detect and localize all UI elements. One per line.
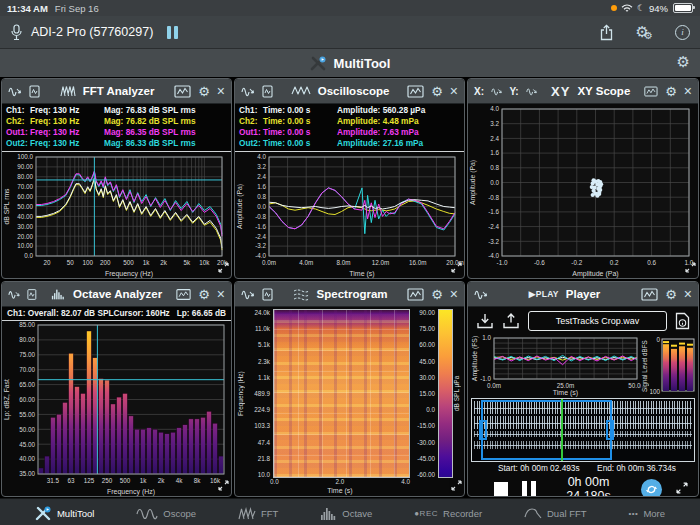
y-tick-label: 103.3 — [254, 422, 270, 429]
mic-icon[interactable] — [10, 24, 23, 41]
loaded-file-name[interactable]: TestTracks Crop.wav — [528, 311, 667, 331]
y-tick-label: 100.0 — [17, 153, 33, 160]
xy-chart[interactable]: 4.03.22.41.60.80.0-0.8-1.6-2.4-3.2-4.0-1… — [468, 104, 698, 279]
y-source-icon[interactable] — [526, 85, 537, 98]
x-tick-label: 8k — [194, 477, 202, 484]
colorbar-tick-label: 15.00 — [419, 390, 435, 397]
chart-style-icon[interactable] — [641, 288, 658, 301]
layout-gear-icon[interactable]: ⚙ — [677, 54, 690, 69]
export-file-icon[interactable] — [502, 312, 520, 330]
settings-gears-icon[interactable]: ⚙⚙ — [636, 23, 653, 41]
colorbar-tick-label: -30.00 — [417, 439, 435, 446]
chart-style-icon[interactable] — [407, 85, 424, 98]
xy-close-icon[interactable]: × — [684, 84, 692, 98]
pause-button[interactable] — [522, 481, 536, 497]
device-name[interactable]: ADI-2 Pro (57760297) — [31, 25, 153, 39]
waveform-overview[interactable] — [471, 398, 695, 462]
tab-more[interactable]: ••• More — [628, 508, 665, 519]
input-route-icon[interactable] — [8, 85, 22, 98]
meter-tick-label: -100 — [650, 388, 660, 395]
input-route-icon[interactable] — [8, 288, 20, 301]
loop-button[interactable] — [641, 479, 662, 498]
snapshot-icon[interactable] — [262, 288, 273, 301]
import-file-icon[interactable] — [476, 312, 494, 330]
colorbar-tick-label: 90.00 — [419, 309, 435, 316]
x-tick-label: 2k — [160, 259, 168, 266]
spectrogram-plot[interactable] — [273, 309, 410, 478]
octave-analyzer-panel: Octave Analyzer ⚙ × Ch1: Overall: 82.07 … — [1, 281, 232, 497]
x-tick-label: 5k — [184, 259, 192, 266]
snapshot-icon[interactable] — [27, 288, 37, 301]
resize-handle-icon[interactable] — [218, 259, 229, 277]
snapshot-icon[interactable] — [262, 85, 273, 98]
y-tick-label: 0.0 — [490, 179, 499, 186]
share-icon[interactable] — [599, 24, 614, 41]
resize-handle-icon[interactable] — [451, 259, 462, 277]
xy-gear-icon[interactable]: ⚙ — [665, 85, 677, 98]
octave-bar — [69, 353, 74, 474]
pause-stream-button[interactable] — [167, 26, 178, 39]
player-gear-icon[interactable]: ⚙ — [665, 288, 677, 301]
resize-handle-icon[interactable] — [685, 259, 696, 277]
octave-bar — [117, 397, 122, 474]
x-tick-label: 500 — [120, 477, 131, 484]
octave-gear-icon[interactable]: ⚙ — [198, 288, 210, 301]
x-source-icon[interactable] — [491, 85, 502, 98]
selection-handle-left[interactable] — [479, 420, 487, 440]
spectrogram-close-icon[interactable]: × — [450, 287, 458, 301]
selection-handle-right[interactable] — [606, 420, 614, 440]
y-axis-label: Amplitude (FS) — [471, 336, 479, 381]
osc-close-icon[interactable]: × — [450, 84, 458, 98]
peak-mark — [687, 344, 693, 346]
tab-dual-fft[interactable]: Dual FFT — [524, 507, 587, 519]
y-tick-label: 21.8 — [258, 455, 270, 462]
octave-close-icon[interactable]: × — [217, 287, 225, 301]
meter-tick-label: 0 — [656, 336, 660, 343]
chart-style-icon[interactable] — [174, 85, 191, 98]
playhead[interactable] — [561, 399, 563, 461]
colorbar-label: dB SPL µPa — [453, 309, 462, 478]
osc-type-icon — [291, 85, 311, 97]
x-tick-label: 20 — [43, 259, 51, 266]
input-route-icon[interactable] — [241, 288, 255, 301]
octave-readout: Ch1: Overall: 82.07 dB SPL Cursor: 160Hz… — [2, 307, 231, 321]
fft-chart[interactable]: 100.090.0080.0070.0060.0050.0040.0030.00… — [2, 152, 231, 279]
tab-multitool[interactable]: MultiTool — [35, 506, 95, 521]
selection-box[interactable] — [481, 400, 612, 460]
player-panel: ▶PLAY Player ⚙ × TestTracks Crop.wav 1.0… — [467, 281, 699, 497]
spectrogram-gear-icon[interactable]: ⚙ — [431, 288, 443, 301]
chart-style-icon[interactable] — [407, 288, 424, 301]
octave-bar — [183, 425, 188, 474]
tab-octave[interactable]: Octave — [320, 507, 372, 520]
spectrogram-ylabel: Frequency (Hz) — [237, 309, 246, 478]
chart-style-icon[interactable] — [176, 288, 191, 301]
resize-handle-icon[interactable] — [451, 477, 462, 495]
resize-handle-icon[interactable] — [676, 480, 688, 497]
osc-chart[interactable]: 4.03.22.41.60.80.0-0.8-1.6-2.4-3.2-4.00.… — [235, 152, 464, 279]
fft-gear-icon[interactable]: ⚙ — [198, 85, 210, 98]
x-tick-label: 4.0 — [401, 478, 410, 487]
player-close-icon[interactable]: × — [684, 287, 692, 301]
tab-recorder[interactable]: ●REC Recorder — [414, 508, 482, 519]
stop-button[interactable] — [494, 482, 508, 496]
fft-close-icon[interactable]: × — [217, 84, 225, 98]
y-tick-label: 11.0k — [255, 325, 270, 332]
y-tick-label: 40.00 — [19, 455, 35, 462]
octave-bar — [123, 394, 128, 475]
y-tick-label: 85.00 — [19, 321, 35, 328]
colorbar-tick-label: 60.00 — [419, 341, 435, 348]
octave-bar — [219, 456, 224, 474]
octave-chart[interactable]: 85.0080.0075.0070.0065.0060.0055.0050.00… — [2, 321, 231, 497]
input-route-icon[interactable] — [241, 85, 255, 98]
file-info-icon[interactable] — [675, 312, 690, 330]
osc-gear-icon[interactable]: ⚙ — [431, 85, 443, 98]
tab-oscope[interactable]: Oscope — [136, 507, 196, 520]
tab-fft[interactable]: FFT — [238, 507, 278, 520]
x-tick-label: 50.0m — [628, 382, 641, 389]
output-route-icon[interactable] — [474, 288, 488, 301]
resize-handle-icon[interactable] — [218, 477, 229, 495]
info-icon[interactable]: i — [675, 25, 690, 40]
snapshot-icon[interactable] — [29, 85, 40, 98]
chart-style-icon[interactable] — [644, 85, 658, 98]
player-scope-chart[interactable]: 1.0-1.00.0m25.0m50.0mTime (s)Amplitude (… — [470, 335, 641, 397]
